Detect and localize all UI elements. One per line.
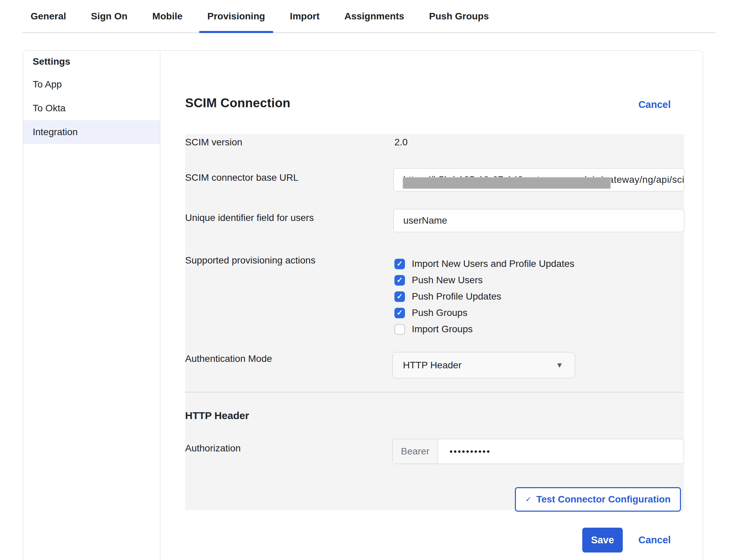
checkbox-icon[interactable]: ✓ <box>394 324 405 335</box>
scim-connection-form: SCIM version 2.0 SCIM connector base URL… <box>185 134 684 510</box>
checkbox-icon[interactable]: ✓ <box>394 308 405 318</box>
base-url-input[interactable]: https://h5bd-125-19-67-148.gateway.ngrok… <box>393 168 684 191</box>
authorization-label: Authorization <box>185 443 241 454</box>
authorization-token-input[interactable]: •••••••••• <box>438 439 684 464</box>
tab-mobile[interactable]: Mobile <box>144 0 191 32</box>
cancel-link-top[interactable]: Cancel <box>638 99 671 110</box>
checkbox-label: Push New Users <box>412 275 483 286</box>
sidebar-item-to-okta[interactable]: To Okta <box>23 96 160 120</box>
action-push-profile-updates[interactable]: ✓ Push Profile Updates <box>394 288 574 305</box>
action-import-groups[interactable]: ✓ Import Groups <box>394 321 574 337</box>
check-icon: ✓ <box>525 495 531 504</box>
action-import-new-users[interactable]: ✓ Import New Users and Profile Updates <box>394 256 574 272</box>
action-push-new-users[interactable]: ✓ Push New Users <box>394 272 574 288</box>
tab-provisioning[interactable]: Provisioning <box>199 0 273 32</box>
unique-identifier-input[interactable]: userName <box>393 209 684 232</box>
save-button[interactable]: Save <box>582 528 623 553</box>
scim-version-label: SCIM version <box>185 137 242 148</box>
unique-identifier-label: Unique identifier field for users <box>185 212 314 223</box>
settings-sidebar: Settings To App To Okta Integration <box>23 51 160 560</box>
cancel-link-bottom[interactable]: Cancel <box>638 528 671 553</box>
auth-mode-dropdown[interactable]: HTTP Header ▼ <box>392 352 575 378</box>
bearer-prefix: Bearer <box>393 439 438 464</box>
test-button-label: Test Connector Configuration <box>536 494 671 505</box>
test-connector-configuration-button[interactable]: ✓ Test Connector Configuration <box>515 487 681 512</box>
provisioning-settings-page: General Sign On Mobile Provisioning Impo… <box>0 0 749 560</box>
unique-identifier-value: userName <box>394 215 447 226</box>
checkbox-icon[interactable]: ✓ <box>394 259 405 269</box>
main-content: SCIM Connection Cancel SCIM version 2.0 … <box>161 51 703 560</box>
sidebar-item-integration[interactable]: Integration <box>23 120 160 144</box>
settings-panel: Settings To App To Okta Integration SCIM… <box>23 50 703 560</box>
tab-assignments[interactable]: Assignments <box>336 0 412 32</box>
checkbox-icon[interactable]: ✓ <box>394 275 405 286</box>
checkbox-label: Import New Users and Profile Updates <box>412 258 574 269</box>
sidebar-header: Settings <box>23 51 160 73</box>
tab-push-groups[interactable]: Push Groups <box>421 0 497 32</box>
sidebar-item-to-app[interactable]: To App <box>23 73 160 96</box>
page-title: SCIM Connection <box>185 96 290 110</box>
tab-import[interactable]: Import <box>282 0 328 32</box>
redaction-bar <box>403 177 611 189</box>
chevron-down-icon: ▼ <box>556 361 575 370</box>
auth-mode-label: Authentication Mode <box>185 353 272 364</box>
checkbox-label: Push Profile Updates <box>412 291 501 302</box>
checkbox-label: Import Groups <box>412 324 473 335</box>
scim-version-value: 2.0 <box>394 137 408 148</box>
tab-general[interactable]: General <box>22 0 74 32</box>
checkbox-icon[interactable]: ✓ <box>394 291 405 302</box>
provisioning-actions-group: ✓ Import New Users and Profile Updates ✓… <box>394 256 574 337</box>
tab-sign-on[interactable]: Sign On <box>83 0 135 32</box>
section-divider <box>185 392 684 393</box>
auth-mode-value: HTTP Header <box>393 360 556 371</box>
checkbox-label: Push Groups <box>412 307 467 318</box>
provisioning-actions-label: Supported provisioning actions <box>185 255 315 266</box>
base-url-label: SCIM connector base URL <box>185 172 298 183</box>
authorization-input-group: Bearer •••••••••• <box>392 439 684 464</box>
action-push-groups[interactable]: ✓ Push Groups <box>394 305 574 321</box>
http-header-heading: HTTP Header <box>185 410 249 421</box>
app-tab-bar: General Sign On Mobile Provisioning Impo… <box>22 0 715 33</box>
